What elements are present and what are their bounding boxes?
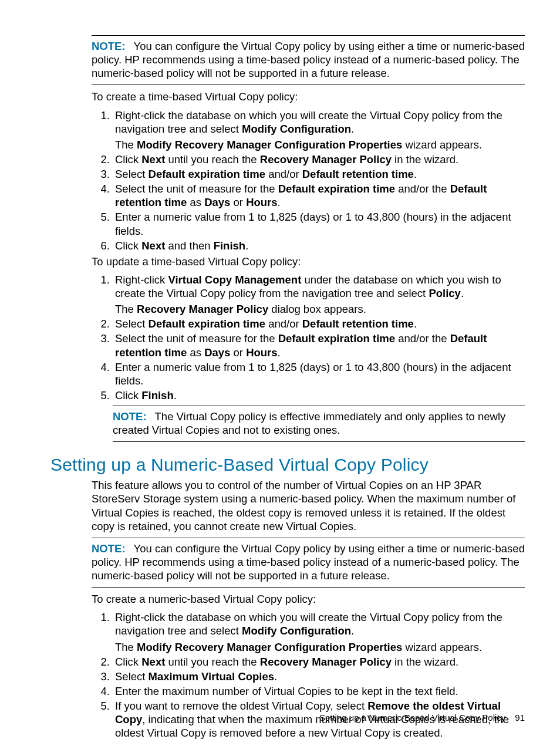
step-text: Right-click xyxy=(115,274,168,286)
step-text: Select xyxy=(115,318,149,330)
step-text: Enter a numeric value from 1 to 1,825 (d… xyxy=(115,211,511,237)
step-result: The Modify Recovery Manager Configuratio… xyxy=(115,640,525,654)
ui-term: Default expiration time xyxy=(149,318,265,330)
section-intro: This feature allows you to control of th… xyxy=(92,478,525,533)
note-label: NOTE: xyxy=(92,542,126,555)
note-text: The Virtual Copy policy is effective imm… xyxy=(113,410,505,436)
result-text: The xyxy=(115,641,137,653)
step: Select the unit of measure for the Defau… xyxy=(113,182,525,209)
ui-term: Modify Configuration xyxy=(242,123,351,135)
ui-term: Next xyxy=(141,239,165,252)
ui-term: Finish xyxy=(214,239,245,252)
step-text: If you want to remove the oldest Virtual… xyxy=(115,700,367,712)
result-text: wizard appears. xyxy=(402,139,482,151)
step-text: Enter the maximum number of Virtual Copi… xyxy=(115,685,458,697)
step: Enter a numeric value from 1 to 1,825 (d… xyxy=(113,360,525,387)
step-text: in the wizard. xyxy=(392,656,458,668)
note-text: You can configure the Virtual Copy polic… xyxy=(92,542,525,582)
step: Select Default expiration time and/or De… xyxy=(113,317,525,330)
ui-term: Recovery Manager Policy xyxy=(260,153,392,166)
ui-term: Modify Configuration xyxy=(242,625,351,637)
step: Right-click the database on which you wi… xyxy=(113,109,525,151)
procedure-create-time: Right-click the database on which you wi… xyxy=(92,109,525,252)
step-text: . xyxy=(278,346,281,359)
result-text: dialog box appears. xyxy=(268,303,366,315)
ui-term: Policy xyxy=(429,287,461,299)
result-text: The xyxy=(115,139,137,151)
ui-term: Default retention time xyxy=(302,318,414,330)
step-text: Select the unit of measure for the xyxy=(115,332,278,345)
ui-term: Hours xyxy=(246,346,277,359)
document-page: NOTE:You can configure the Virtual Copy … xyxy=(0,0,560,746)
step-text: or xyxy=(230,196,246,208)
step: Click Next and then Finish. xyxy=(113,239,525,252)
step-text: in the wizard. xyxy=(392,153,458,166)
ui-term: Recovery Manager Policy xyxy=(137,303,268,315)
ui-term: Modify Recovery Manager Configuration Pr… xyxy=(137,139,402,151)
step-text: . xyxy=(278,196,281,208)
step-text: Select the unit of measure for the xyxy=(115,183,278,195)
step-result: The Recovery Manager Policy dialog box a… xyxy=(115,302,525,316)
note-box-3: NOTE:You can configure the Virtual Copy … xyxy=(92,538,525,588)
ui-term: Virtual Copy Management xyxy=(168,274,301,286)
step-text: and/or xyxy=(265,168,302,180)
intro-create-time: To create a time-based Virtual Copy poli… xyxy=(92,90,525,103)
step-text: as xyxy=(187,196,204,208)
step-text: . xyxy=(351,625,354,637)
step: Click Next until you reach the Recovery … xyxy=(113,655,525,669)
step-text: . xyxy=(461,287,464,299)
step-text: or xyxy=(230,346,246,359)
section-heading: Setting up a Numeric-Based Virtual Copy … xyxy=(50,455,525,475)
step: Select Default expiration time and/or De… xyxy=(113,167,525,181)
note-text: You can configure the Virtual Copy polic… xyxy=(92,40,525,79)
page-footer: Setting up a Numeric-Based Virtual Copy … xyxy=(319,713,525,723)
footer-title: Setting up a Numeric-Based Virtual Copy … xyxy=(319,713,505,723)
step-text: . xyxy=(274,670,277,683)
ui-term: Modify Recovery Manager Configuration Pr… xyxy=(137,641,402,653)
ui-term: Hours xyxy=(246,196,277,208)
step: Right-click Virtual Copy Management unde… xyxy=(113,273,525,316)
intro-create-numeric: To create a numeric-based Virtual Copy p… xyxy=(92,592,525,606)
step-text: . xyxy=(414,318,417,330)
note-box-2: NOTE:The Virtual Copy policy is effectiv… xyxy=(113,406,525,442)
ui-term: Default expiration time xyxy=(149,168,265,180)
page-number: 91 xyxy=(515,713,525,723)
step-text: Click xyxy=(115,656,141,668)
step-text: and/or the xyxy=(395,332,450,345)
note-label: NOTE: xyxy=(113,410,147,423)
note-box-1: NOTE:You can configure the Virtual Copy … xyxy=(92,35,525,85)
content-column: This feature allows you to control of th… xyxy=(92,478,525,740)
ui-term: Default expiration time xyxy=(278,183,395,195)
step-text: and/or the xyxy=(395,183,450,195)
step-text: and/or xyxy=(265,318,302,330)
step-text: Select xyxy=(115,670,149,683)
ui-term: Recovery Manager Policy xyxy=(260,656,392,668)
content-column: NOTE:You can configure the Virtual Copy … xyxy=(92,35,525,442)
ui-term: Days xyxy=(204,346,230,359)
step-text: Click xyxy=(115,389,141,401)
step-text: Enter a numeric value from 1 to 1,825 (d… xyxy=(115,361,511,387)
intro-update-time: To update a time-based Virtual Copy poli… xyxy=(92,255,525,268)
note-label: NOTE: xyxy=(92,40,126,52)
step-text: Select xyxy=(115,168,149,180)
ui-term: Days xyxy=(204,196,230,208)
ui-term: Default retention time xyxy=(302,168,414,180)
step: Enter the maximum number of Virtual Copi… xyxy=(113,684,525,698)
procedure-update-time: Right-click Virtual Copy Management unde… xyxy=(92,273,525,402)
ui-term: Next xyxy=(141,656,165,668)
step-text: . xyxy=(351,123,354,135)
note-wrapper: NOTE:The Virtual Copy policy is effectiv… xyxy=(113,406,525,442)
step-text: until you reach the xyxy=(165,153,259,166)
ui-term: Default expiration time xyxy=(278,332,395,345)
ui-term: Maximum Virtual Copies xyxy=(149,670,275,683)
step-result: The Modify Recovery Manager Configuratio… xyxy=(115,138,525,151)
step: Right-click the database on which you wi… xyxy=(113,610,525,653)
step-text: Click xyxy=(115,153,141,166)
result-text: wizard appears. xyxy=(402,641,482,653)
ui-term: Finish xyxy=(141,389,173,401)
step-text: until you reach the xyxy=(165,656,259,668)
step-text: . xyxy=(414,168,417,180)
step-text: and then xyxy=(165,239,213,252)
step: Select the unit of measure for the Defau… xyxy=(113,332,525,359)
step: Click Finish. xyxy=(113,389,525,402)
